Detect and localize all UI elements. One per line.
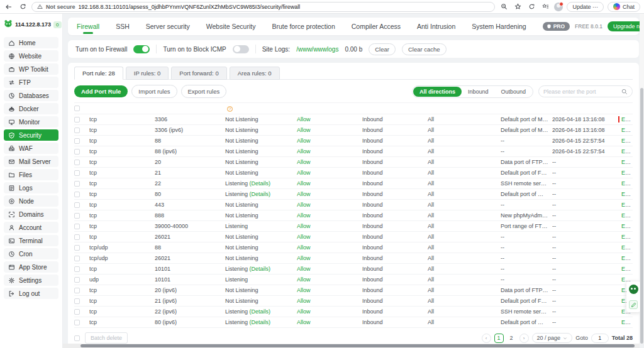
edit-link[interactable]: Edit <box>621 116 631 122</box>
upgrade-now-button[interactable]: Upgrade now <box>608 21 644 31</box>
sidebar-item-log-out[interactable]: Log out <box>4 288 58 299</box>
next-page-button[interactable]: › <box>519 334 529 343</box>
batch-delete-button[interactable]: Batch delete <box>85 332 128 344</box>
edit-link[interactable]: Edit <box>621 127 631 133</box>
prev-page-button[interactable]: ‹ <box>482 334 491 343</box>
row-checkbox[interactable] <box>74 320 80 325</box>
row-checkbox[interactable] <box>74 149 80 155</box>
profile-avatar[interactable] <box>554 3 563 11</box>
tab-anti-intrusion[interactable]: Anti Intrusion <box>417 18 455 35</box>
tab-server-security[interactable]: Server security <box>146 18 190 35</box>
sidebar-item-waf[interactable]: WAF <box>4 143 58 154</box>
edit-link[interactable]: Edit <box>621 223 631 229</box>
firewall-toggle[interactable] <box>133 45 150 53</box>
sidebar-item-security[interactable]: Security <box>4 129 58 141</box>
row-checkbox[interactable] <box>74 277 80 283</box>
row-checkbox[interactable] <box>74 245 80 251</box>
sidebar-item-monitor[interactable]: Monitor <box>4 116 58 128</box>
page-number-2[interactable]: 2 <box>507 334 516 343</box>
sidebar-item-docker[interactable]: Docker <box>4 103 58 114</box>
tab-ssh[interactable]: SSH <box>116 18 130 35</box>
row-checkbox[interactable] <box>74 181 80 187</box>
sidebar-item-files[interactable]: Files <box>4 169 58 180</box>
bookmark-star-icon[interactable] <box>513 2 523 12</box>
status-details-link[interactable]: (Details) <box>250 191 271 197</box>
filter-all-directions[interactable]: All directions <box>413 87 462 97</box>
block-icmp-toggle[interactable] <box>233 45 249 53</box>
row-checkbox[interactable] <box>74 138 80 144</box>
sidebar-item-cron[interactable]: Cron <box>4 248 58 259</box>
row-checkbox[interactable] <box>74 128 80 133</box>
sidebar-item-databases[interactable]: Databases <box>4 90 58 101</box>
sidebar-item-website[interactable]: Website <box>4 50 58 62</box>
sidebar-item-wp-toolkit[interactable]: WP Toolkit <box>4 63 58 75</box>
port-search-input[interactable] <box>543 89 618 95</box>
horizontal-scrollbar[interactable] <box>63 344 640 348</box>
edit-link[interactable]: Edit <box>621 266 631 272</box>
assistant-button[interactable] <box>629 285 638 294</box>
sidebar-item-terminal[interactable]: Terminal <box>4 235 58 246</box>
collections-icon[interactable] <box>540 2 550 12</box>
status-help-icon[interactable]: ? <box>227 106 233 112</box>
search-icon[interactable] <box>621 89 628 95</box>
rule-tab-1[interactable]: IP rules: 0 <box>126 67 169 80</box>
edit-link[interactable]: Edit <box>621 138 631 144</box>
address-bar[interactable]: Not secure 192.168.8.31:10101/apsess_0jd… <box>31 2 495 12</box>
row-checkbox[interactable] <box>74 266 80 272</box>
edit-link[interactable]: Edit <box>621 191 631 197</box>
header-checkbox[interactable] <box>74 106 80 111</box>
row-checkbox[interactable] <box>74 202 80 208</box>
import-rules-button[interactable]: Import rules <box>131 85 177 98</box>
site-logs-path-link[interactable]: /www/wwwlogs <box>296 46 338 53</box>
row-checkbox[interactable] <box>74 298 80 304</box>
status-details-link[interactable]: (Details) <box>250 308 271 315</box>
edit-link[interactable]: Edit <box>621 159 631 165</box>
row-checkbox[interactable] <box>74 170 80 176</box>
status-details-link[interactable]: (Details) <box>250 266 271 272</box>
goto-page-input[interactable] <box>591 334 609 343</box>
feedback-button[interactable] <box>629 300 638 309</box>
row-checkbox[interactable] <box>74 234 80 240</box>
row-checkbox[interactable] <box>74 256 80 261</box>
edit-link[interactable]: Edit <box>621 255 631 261</box>
sidebar-item-ftp[interactable]: FTP <box>4 77 58 88</box>
sidebar-item-account[interactable]: Account <box>4 222 58 233</box>
rule-tab-0[interactable]: Port rule: 28 <box>74 67 123 80</box>
vertical-scrollbar[interactable] <box>640 14 644 344</box>
export-rules-button[interactable]: Export rules <box>181 85 227 98</box>
row-checkbox[interactable] <box>74 117 80 122</box>
row-checkbox[interactable] <box>74 309 80 315</box>
clear-cache-button[interactable]: Clear cache <box>402 43 447 55</box>
tab-compiler-access[interactable]: Compiler Access <box>352 18 401 35</box>
edit-link[interactable]: Edit <box>621 148 631 155</box>
row-checkbox[interactable] <box>74 160 80 165</box>
filter-inbound[interactable]: Inbound <box>462 87 495 97</box>
message-count-badge[interactable]: 0 <box>53 21 61 28</box>
update-button[interactable]: Update ··· <box>567 2 604 12</box>
row-checkbox[interactable] <box>74 288 80 293</box>
tab-firewall[interactable]: Firewall <box>77 18 99 35</box>
status-details-link[interactable]: (Details) <box>250 180 271 187</box>
sidebar-item-logs[interactable]: Logs <box>4 182 58 193</box>
edit-link[interactable]: Edit <box>621 234 631 240</box>
select-all-checkbox[interactable] <box>74 335 80 341</box>
row-checkbox[interactable] <box>74 192 80 197</box>
edit-link[interactable]: Edit <box>621 319 631 325</box>
edit-link[interactable]: Edit <box>621 180 631 187</box>
sidebar-item-mail-server[interactable]: Mail Server <box>4 156 58 167</box>
tab-brute-force-protection[interactable]: Brute force protection <box>272 18 335 35</box>
rule-tab-3[interactable]: Area rules: 0 <box>230 67 280 80</box>
edit-link[interactable]: Edit <box>621 202 631 208</box>
edit-link[interactable]: Edit <box>621 170 631 176</box>
rule-tab-2[interactable]: Port forward: 0 <box>171 67 226 80</box>
tab-website-security[interactable]: Website Security <box>206 18 256 35</box>
refresh-sync-icon[interactable] <box>526 2 536 12</box>
edit-link[interactable]: Edit <box>621 244 631 251</box>
status-details-link[interactable]: (Details) <box>250 319 271 325</box>
sidebar-item-app-store[interactable]: App Store <box>4 261 58 273</box>
edit-link[interactable]: Edit <box>621 212 631 219</box>
sidebar-item-node[interactable]: Node <box>4 195 58 207</box>
clear-logs-button[interactable]: Clear <box>369 43 396 55</box>
per-page-select[interactable]: 20 / page <box>532 333 573 343</box>
sidebar-item-settings[interactable]: Settings <box>4 275 58 286</box>
